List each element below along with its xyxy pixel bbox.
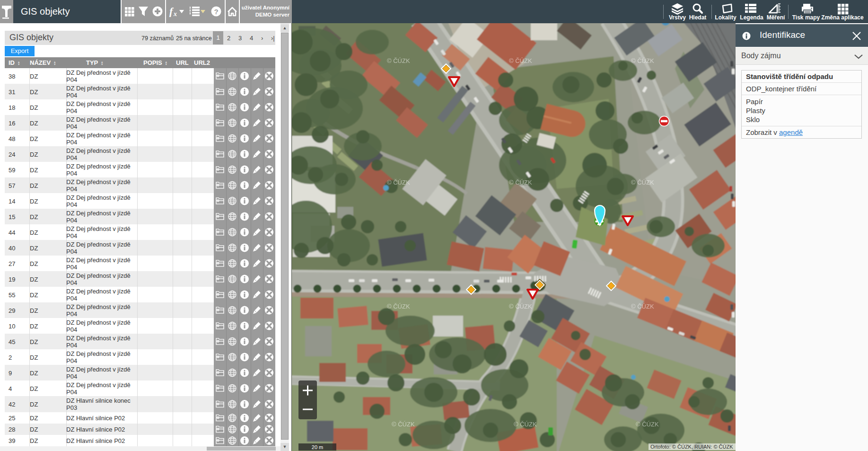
svg-text:© ČÚZK: © ČÚZK [387, 57, 410, 64]
svg-text:© ČÚZK: © ČÚZK [509, 57, 532, 64]
svg-text:Vrstvy: Vrstvy [669, 14, 686, 21]
svg-text:20 m: 20 m [312, 444, 323, 450]
svg-text:© ČÚZK: © ČÚZK [631, 57, 654, 64]
svg-text:© ČÚZK: © ČÚZK [631, 303, 654, 310]
svg-text:Legenda: Legenda [740, 14, 763, 21]
svg-text:© ČÚZK: © ČÚZK [387, 303, 410, 310]
svg-text:© ČÚZK: © ČÚZK [509, 179, 532, 186]
svg-text:© ČÚZK: © ČÚZK [392, 421, 415, 428]
svg-text:Měření: Měření [767, 14, 785, 21]
svg-text:?: ? [214, 8, 218, 16]
svg-text:Ortofoto: © ČÚZK, RUIAN: © ČÚZ: Ortofoto: © ČÚZK, RUIAN: © ČÚZK [650, 444, 733, 450]
svg-text:© ČÚZK: © ČÚZK [636, 421, 659, 428]
svg-text:© ČÚZK: © ČÚZK [387, 179, 410, 186]
svg-text:Změna aplikace: Změna aplikace [821, 14, 864, 21]
svg-text:© ČÚZK: © ČÚZK [509, 303, 532, 310]
svg-text:x: x [173, 10, 177, 18]
svg-text:Hledat: Hledat [689, 14, 707, 21]
svg-text:Lokality: Lokality [715, 14, 736, 21]
svg-text:© ČÚZK: © ČÚZK [631, 179, 654, 186]
svg-text:© ČÚZK: © ČÚZK [514, 421, 537, 428]
svg-text:Tisk mapy: Tisk mapy [792, 14, 820, 21]
